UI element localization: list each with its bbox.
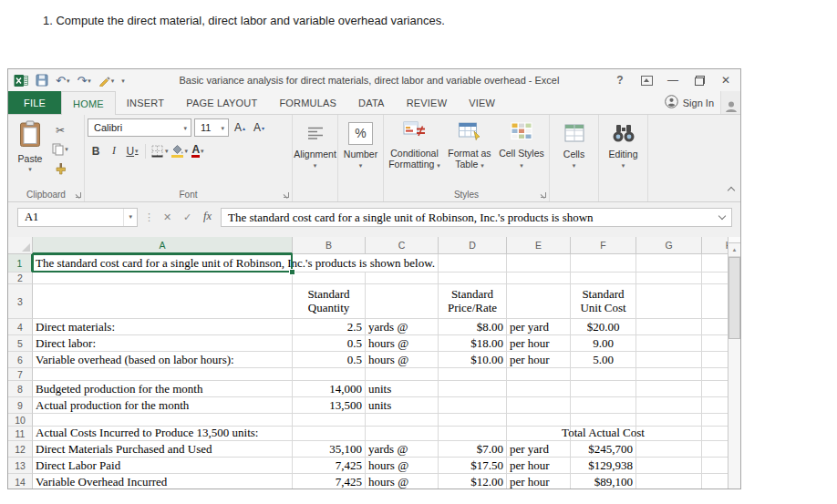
cell-F3[interactable]: Standard Unit Cost: [571, 284, 636, 319]
save-icon[interactable]: [36, 74, 48, 87]
cell-A14[interactable]: Variable Overhead Incurred: [33, 474, 293, 489]
cell-G9[interactable]: [636, 397, 702, 414]
row-header-4[interactable]: 4: [8, 319, 33, 335]
cell-B9[interactable]: 13,500: [293, 397, 366, 414]
font-color-icon[interactable]: A▾: [190, 143, 206, 159]
name-box-dropdown-icon[interactable]: ▾: [123, 209, 137, 226]
format-painter-icon[interactable]: [52, 160, 68, 176]
decrease-font-icon[interactable]: A▾: [251, 120, 267, 136]
cell-C11[interactable]: [366, 427, 439, 441]
avatar[interactable]: [720, 91, 740, 114]
cell-E10[interactable]: [507, 414, 571, 427]
cell-G8[interactable]: [636, 381, 702, 397]
cell-styles-button[interactable]: Cell Styles ▾: [498, 118, 545, 170]
font-name-select[interactable]: Calibri ▾: [88, 118, 191, 137]
copy-icon[interactable]: ▾: [52, 141, 68, 157]
cell-A2[interactable]: [33, 273, 293, 284]
cell-E9[interactable]: [507, 397, 571, 414]
insert-function-icon[interactable]: fx: [201, 208, 214, 223]
cell-F2[interactable]: [571, 273, 636, 284]
enter-icon[interactable]: ✓: [181, 208, 194, 223]
cell-H9[interactable]: [702, 397, 728, 414]
cell-E12[interactable]: per yard: [507, 441, 571, 458]
formula-input[interactable]: The standard cost card for a single unit…: [221, 208, 732, 227]
tab-formulas[interactable]: FORMULAS: [268, 91, 347, 114]
cell-E7[interactable]: [507, 368, 571, 381]
cell-A13[interactable]: Direct Labor Paid: [33, 458, 293, 474]
fill-color-icon[interactable]: ▾: [170, 143, 189, 159]
underline-button[interactable]: U▾: [124, 143, 140, 159]
sign-in-button[interactable]: Sign In: [658, 91, 720, 114]
cell-G6[interactable]: [636, 352, 702, 368]
row-header-9[interactable]: 9: [8, 397, 33, 414]
cell-G4[interactable]: [636, 319, 702, 335]
conditional-formatting-button[interactable]: Conditional Formatting ▾: [388, 118, 441, 170]
cell-H4[interactable]: [702, 319, 728, 335]
cell-G7[interactable]: [636, 368, 702, 381]
cell-H7[interactable]: [702, 368, 728, 381]
fill-handle[interactable]: [289, 269, 295, 275]
row-header-2[interactable]: 2: [8, 273, 33, 284]
cell-G14[interactable]: [636, 474, 702, 489]
cell-H3[interactable]: [702, 284, 728, 319]
cell-D2[interactable]: [439, 273, 507, 284]
cell-A3[interactable]: [33, 284, 293, 319]
cell-B8[interactable]: 14,000: [293, 381, 366, 397]
clipboard-dialog-launcher[interactable]: [74, 190, 82, 199]
cell-D5[interactable]: $18.00: [439, 335, 507, 352]
cell-F5[interactable]: 9.00: [571, 335, 636, 352]
tab-page-layout[interactable]: PAGE LAYOUT: [175, 91, 268, 114]
cell-A5[interactable]: Direct labor:: [33, 335, 293, 352]
cell-D12[interactable]: $7.00: [439, 441, 507, 458]
cell-B4[interactable]: 2.5: [293, 319, 366, 335]
cell-B11[interactable]: [293, 427, 366, 441]
italic-button[interactable]: I: [106, 143, 122, 159]
cell-A11[interactable]: Actual Costs Incurred to Produce 13,500 …: [33, 427, 293, 441]
cell-G13[interactable]: [636, 458, 702, 474]
cell-F14[interactable]: $89,100: [571, 474, 636, 489]
column-header-H[interactable]: H: [702, 237, 728, 254]
scrollbar-split-handle[interactable]: [728, 237, 740, 243]
cell-C3[interactable]: [366, 284, 439, 319]
cell-H6[interactable]: [702, 352, 728, 368]
cell-H13[interactable]: [702, 458, 728, 474]
cell-F6[interactable]: 5.00: [571, 352, 636, 368]
cell-H8[interactable]: [702, 381, 728, 397]
column-header-D[interactable]: D: [439, 237, 507, 254]
cell-B3[interactable]: Standard Quantity: [293, 284, 366, 319]
cell-E5[interactable]: per hour: [507, 335, 571, 352]
tab-review[interactable]: REVIEW: [396, 91, 459, 114]
column-header-A[interactable]: A: [33, 237, 293, 254]
cell-D9[interactable]: [439, 397, 507, 414]
tab-view[interactable]: VIEW: [458, 91, 506, 114]
expand-formula-bar-icon[interactable]: [718, 212, 726, 220]
undo-icon[interactable]: ↶▾: [56, 75, 69, 87]
format-as-table-button[interactable]: Format as Table ▾: [443, 118, 497, 170]
cell-D13[interactable]: $17.50: [439, 458, 507, 474]
cell-G2[interactable]: [636, 273, 702, 284]
font-size-select[interactable]: 11 ▾: [194, 118, 229, 137]
cell-A12[interactable]: Direct Materials Purchased and Used: [33, 441, 293, 458]
minimize-icon[interactable]: —: [666, 74, 679, 87]
borders-icon[interactable]: ▾: [150, 143, 169, 159]
cell-H14[interactable]: [702, 474, 728, 489]
cells-group-button[interactable]: Cells ▾: [550, 115, 599, 201]
cell-E4[interactable]: per yard: [507, 319, 571, 335]
cell-A1[interactable]: The standard cost card for a single unit…: [33, 254, 293, 273]
font-dialog-launcher[interactable]: [282, 190, 290, 199]
cell-C7[interactable]: [366, 368, 439, 381]
cell-B12[interactable]: 35,100: [293, 441, 366, 458]
help-icon[interactable]: ?: [614, 74, 626, 87]
cell-G10[interactable]: [636, 414, 702, 427]
increase-font-icon[interactable]: A▴: [232, 120, 248, 136]
select-all-button[interactable]: [8, 237, 33, 254]
name-box[interactable]: A1 ▾: [17, 208, 138, 227]
cell-E14[interactable]: per hour: [507, 474, 571, 489]
tab-home[interactable]: HOME: [61, 91, 116, 115]
cut-icon[interactable]: ✂: [52, 122, 68, 138]
editing-group-button[interactable]: Editing ▾: [599, 115, 648, 201]
row-header-6[interactable]: 6: [8, 352, 33, 368]
cell-C14[interactable]: hours @: [366, 474, 439, 489]
cell-F7[interactable]: [571, 368, 636, 381]
cell-C6[interactable]: hours @: [366, 352, 439, 368]
